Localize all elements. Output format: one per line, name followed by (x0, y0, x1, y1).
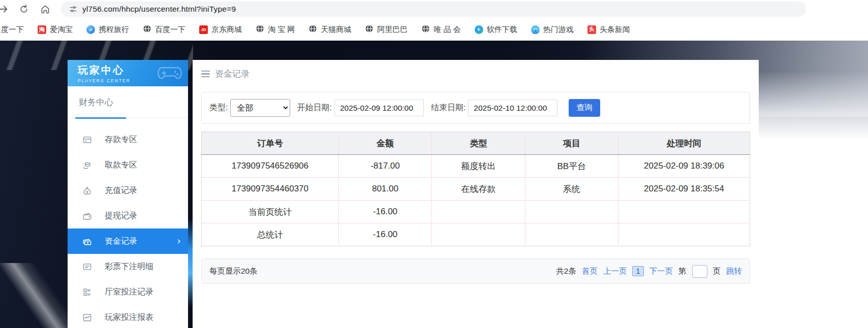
funds-table: 订单号 金额 类型 项目 处理时间 1739097546526906 -817.… (201, 132, 750, 246)
cashout-icon (82, 211, 92, 221)
column-order-no: 订单号 (202, 132, 339, 155)
url-bar[interactable]: yl756.com/hhcp/usercenter.html?iniType=9 (61, 2, 806, 17)
jump-link[interactable]: 跳转 (726, 266, 742, 277)
background-streak-bottom (0, 263, 76, 328)
end-date-input[interactable] (468, 100, 557, 116)
first-page-link[interactable]: 首页 (582, 266, 598, 277)
bookmarks-bar: 度一下 淘 爱淘宝 携程旅行 百度一下 JD 京东商城 淘 宝 网 天猫商城 阿… (0, 18, 868, 41)
hamburger-icon[interactable] (201, 71, 210, 78)
withdraw-icon (82, 160, 92, 170)
table-row-page-total: 当前页统计 -16.00 (202, 201, 750, 223)
hall-icon (82, 287, 92, 297)
sidebar-item-cashout[interactable]: 提现记录 (68, 203, 188, 228)
sidebar-header: 玩家中心 PLAYERS CENTER (68, 60, 188, 86)
site-info-icon[interactable] (69, 5, 77, 13)
funds-icon (82, 237, 92, 246)
prev-page-link[interactable]: 上一页 (603, 266, 627, 277)
sidebar-item-hall-bets[interactable]: 厅室投注记录 (68, 279, 188, 305)
recharge-icon (82, 186, 92, 195)
software-icon (475, 25, 483, 34)
jd-icon: JD (199, 25, 208, 34)
column-process-time: 处理时间 (618, 132, 750, 155)
bookmark-aitaobao[interactable]: 淘 爱淘宝 (38, 25, 73, 35)
bookmark-vip[interactable]: 唯 品 会 (421, 24, 460, 35)
report-icon (82, 313, 92, 322)
filter-bar: 类型: 全部 开始日期: 结束日期: 查询 (201, 92, 750, 124)
background-right-fade (758, 41, 868, 328)
total-count-label: 共2条 (556, 266, 576, 277)
bookmark-toutiao[interactable]: 头 头条新闻 (587, 25, 630, 35)
bookmark-ctrip[interactable]: 携程旅行 (86, 25, 129, 35)
table-header-row: 订单号 金额 类型 项目 处理时间 (202, 132, 750, 155)
page-background: 玩家中心 PLAYERS CENTER 财务中心 存款专区 取款专区 (0, 41, 868, 328)
search-button[interactable]: 查询 (569, 99, 600, 117)
chevron-right-icon: › (177, 235, 180, 246)
sidebar: 玩家中心 PLAYERS CENTER 财务中心 存款专区 取款专区 (68, 60, 188, 328)
end-date-label: 结束日期: (431, 103, 466, 113)
page-number-input[interactable] (692, 265, 707, 278)
start-date-label: 开始日期: (297, 103, 331, 113)
jump-suffix-label: 页 (713, 266, 721, 277)
sidebar-menu: 存款专区 取款专区 充值记录 提现记录 资金记录 (68, 118, 188, 328)
bookmark-tmall[interactable]: 天猫商城 (308, 24, 351, 35)
bookmark-taobao-web[interactable]: 淘 宝 网 (256, 24, 295, 35)
bookmark-jd[interactable]: JD 京东商城 (199, 25, 242, 35)
background-blue-streak (188, 218, 193, 307)
per-page-label: 每页显示20条 (209, 266, 258, 277)
pagination-bar: 每页显示20条 共2条 首页 上一页 1 下一页 第 页 跳转 (201, 258, 750, 284)
jump-prefix-label: 第 (678, 266, 687, 277)
page-title: 资金记录 (215, 68, 250, 80)
globe-icon (308, 24, 317, 35)
sidebar-item-lottery-detail[interactable]: 彩票下注明细 (68, 254, 188, 279)
taobao-icon: 淘 (38, 25, 46, 34)
column-amount: 金额 (338, 132, 431, 155)
column-type: 类型 (432, 132, 525, 155)
bookmark-games[interactable]: 热门游戏 (531, 25, 574, 35)
finance-center-tab[interactable]: 财务中心 (68, 86, 188, 118)
home-icon[interactable] (40, 4, 51, 15)
globe-icon (421, 24, 430, 35)
sidebar-item-withdraw[interactable]: 取款专区 (68, 152, 188, 178)
active-tab-underline (75, 117, 126, 119)
globe-icon (143, 24, 151, 35)
toutiao-icon: 头 (587, 25, 596, 34)
reload-icon[interactable] (18, 4, 29, 15)
globe-icon (365, 24, 374, 35)
url-text[interactable]: yl756.com/hhcp/usercenter.html?iniType=9 (82, 5, 236, 14)
sidebar-item-funds-record[interactable]: 资金记录 › (68, 228, 188, 254)
ctrip-icon (86, 25, 95, 34)
table-row-grand-total: 总统计 -16.00 (202, 223, 750, 246)
sidebar-item-recharge[interactable]: 充值记录 (68, 178, 188, 203)
next-page-link[interactable]: 下一页 (649, 266, 673, 277)
panel-header: 资金记录 (193, 60, 759, 80)
sidebar-item-player-report[interactable]: 玩家投注报表 (68, 305, 188, 328)
table-row: 1739097546526906 -817.00 额度转出 BB平台 2025-… (202, 155, 750, 178)
bookmark-alibaba[interactable]: 阿里巴巴 (365, 24, 408, 35)
games-icon (531, 25, 540, 34)
start-date-input[interactable] (334, 100, 424, 116)
deposit-icon (82, 135, 92, 145)
current-page-badge[interactable]: 1 (632, 266, 643, 276)
table-row: 1739097354460370 801.00 在线存款 系统 2025-02-… (202, 178, 750, 201)
browser-toolbar: yl756.com/hhcp/usercenter.html?iniType=9 (0, 0, 868, 18)
globe-icon (256, 24, 264, 35)
column-project: 项目 (525, 132, 618, 155)
main-panel: 资金记录 类型: 全部 开始日期: 结束日期: 查询 订单号 金额 类型 项目 … (193, 60, 759, 328)
bookmark-baidu[interactable]: 百度一下 (143, 24, 185, 35)
type-select[interactable]: 全部 (230, 99, 290, 117)
bookmark-software[interactable]: 软件下载 (475, 25, 517, 35)
lottery-icon (82, 262, 92, 272)
sidebar-item-deposit[interactable]: 存款专区 (68, 127, 188, 152)
bookmark-partial[interactable]: 度一下 (1, 25, 24, 35)
gamepad-icon (157, 64, 183, 83)
forward-icon[interactable] (0, 4, 10, 15)
type-label: 类型: (209, 103, 228, 113)
